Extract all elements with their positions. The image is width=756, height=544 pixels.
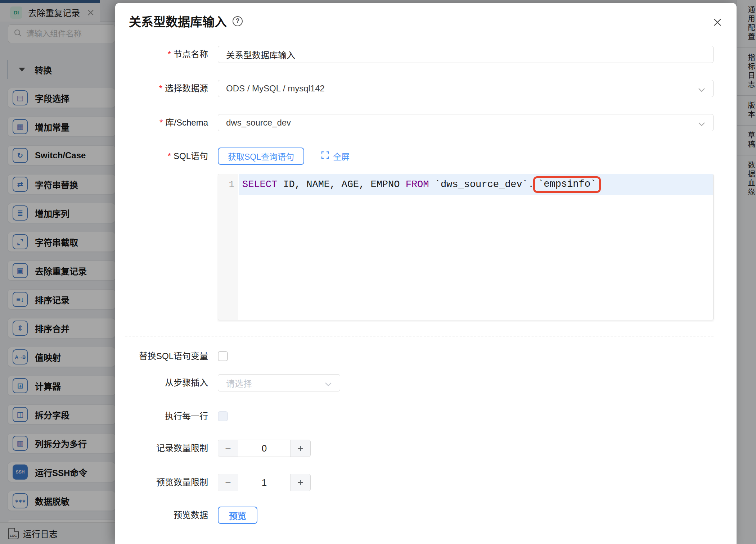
preview-button[interactable]: 预览 — [218, 507, 257, 524]
dialog-title: 关系型数据库输入 — [129, 12, 227, 30]
datasource-select[interactable]: ODS / MySQL / mysql142 — [218, 80, 714, 97]
relational-db-input-dialog: 关系型数据库输入 ? *节点名称 *选择数据源 ODS / MySQL / my… — [115, 3, 737, 544]
section-divider — [125, 336, 714, 336]
plus-button[interactable]: + — [290, 440, 310, 457]
replace-vars-label: 替换SQL语句变量 — [115, 351, 208, 361]
execute-each-row-checkbox[interactable] — [218, 411, 228, 421]
chevron-down-icon — [697, 85, 706, 95]
preview-data-label: 预览数据 — [115, 507, 208, 524]
sql-code-editor[interactable]: 1 SELECT ID, NAME, AGE, EMPNO FROM `dws_… — [218, 174, 714, 320]
fullscreen-link[interactable]: 全屏 — [321, 148, 350, 165]
help-icon[interactable]: ? — [233, 16, 243, 26]
fetch-sql-button[interactable]: 获取SQL查询语句 — [218, 148, 304, 165]
record-limit-label: 记录数量限制 — [115, 440, 208, 457]
line-number: 1 — [218, 174, 238, 195]
record-limit-value[interactable]: 0 — [238, 440, 290, 457]
minus-button[interactable]: − — [218, 474, 238, 491]
schema-select[interactable]: dws_source_dev — [218, 114, 714, 131]
app-root: DI 去除重复记录 转换 ▤ 字段选择 ▦ 增加常量 — [0, 0, 756, 544]
preview-limit-label: 预览数量限制 — [115, 474, 208, 491]
fullscreen-icon — [321, 151, 329, 162]
chevron-down-icon — [324, 380, 333, 390]
preview-limit-stepper: − 1 + — [218, 474, 311, 491]
node-name-input[interactable] — [218, 46, 714, 63]
schema-label: *库/Schema — [115, 114, 208, 131]
dialog-close-icon[interactable] — [711, 16, 724, 29]
execute-each-row-label: 执行每一行 — [115, 411, 208, 421]
sql-code-line: SELECT ID, NAME, AGE, EMPNO FROM `dws_so… — [239, 174, 713, 195]
plus-button[interactable]: + — [290, 474, 310, 491]
insert-from-step-select[interactable]: 请选择 — [218, 374, 340, 391]
insert-from-step-label: 从步骤插入 — [115, 374, 208, 391]
replace-vars-checkbox[interactable] — [218, 351, 228, 361]
node-name-label: *节点名称 — [115, 46, 208, 63]
chevron-down-icon — [697, 119, 706, 130]
editor-gutter: 1 — [218, 174, 238, 320]
record-limit-stepper: − 0 + — [218, 440, 311, 457]
sql-label: *SQL语句 — [115, 148, 208, 165]
red-annotation-box: `empsinfo` — [533, 176, 601, 193]
minus-button[interactable]: − — [218, 440, 238, 457]
preview-limit-value[interactable]: 1 — [238, 474, 290, 491]
datasource-label: *选择数据源 — [115, 80, 208, 97]
